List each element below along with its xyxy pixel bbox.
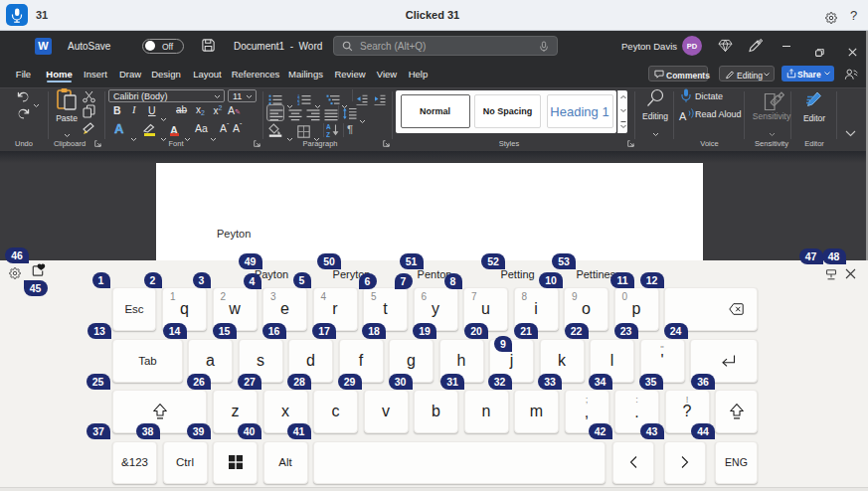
svg-text:Z: Z	[326, 131, 330, 138]
svg-text:A: A	[326, 123, 331, 130]
svg-text:3: 3	[297, 100, 300, 104]
